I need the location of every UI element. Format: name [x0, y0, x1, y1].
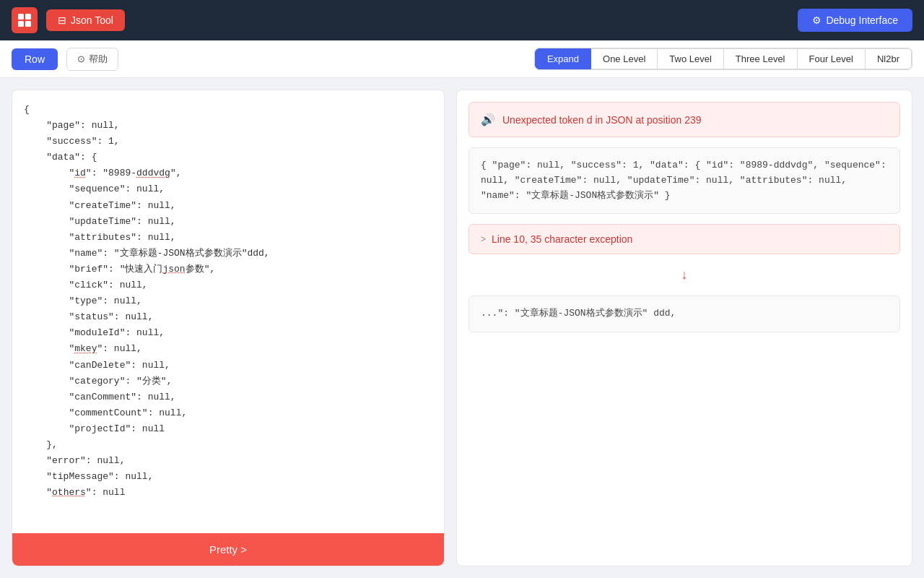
tab-two-level[interactable]: Two Level	[657, 48, 724, 69]
svg-rect-0	[18, 14, 24, 20]
svg-rect-2	[18, 21, 24, 27]
preview-box: { "page": null, "success": 1, "data": { …	[468, 147, 900, 214]
error-message-box: 🔊 Unexpected token d in JSON at position…	[468, 102, 900, 137]
mkey-underline: mkey	[74, 343, 97, 354]
arrow-down-indicator: ↓	[468, 264, 900, 285]
svg-rect-1	[25, 14, 31, 20]
preview-text: { "page": null, "success": 1, "data": { …	[481, 160, 886, 201]
help-button[interactable]: ⊙ 帮助	[66, 48, 118, 71]
tab-expand[interactable]: Expand	[535, 48, 591, 69]
main-content: { "page": null, "success": 1, "data": { …	[0, 78, 924, 578]
error-audio-icon: 🔊	[481, 113, 495, 126]
left-panel: { "page": null, "success": 1, "data": { …	[12, 90, 445, 566]
json-tool-button[interactable]: ⊟ Json Tool	[46, 9, 125, 31]
help-icon: ⊙	[77, 53, 85, 64]
debug-interface-button[interactable]: ⚙ Debug Interface	[798, 9, 912, 32]
json-underline: json	[162, 264, 185, 275]
svg-rect-3	[25, 21, 31, 27]
tab-nl2br[interactable]: Nl2br	[865, 48, 912, 69]
expand-tabs: Expand One Level Two Level Three Level F…	[534, 48, 912, 70]
others-underline: others	[52, 487, 86, 498]
help-label: 帮助	[89, 53, 108, 66]
chevron-right-icon: >	[481, 234, 486, 244]
json-tool-label: Json Tool	[71, 14, 113, 26]
json-tool-icon: ⊟	[58, 14, 66, 26]
error-message-text: Unexpected token d in JSON at position 2…	[502, 114, 702, 126]
debug-icon: ⚙	[812, 14, 821, 26]
tab-one-level[interactable]: One Level	[590, 48, 658, 69]
right-panel: 🔊 Unexpected token d in JSON at position…	[456, 90, 912, 566]
toolbar: Row ⊙ 帮助 Expand One Level Two Level Thre…	[0, 40, 924, 78]
id-underline: id	[74, 168, 86, 178]
tab-four-level[interactable]: Four Level	[797, 48, 866, 69]
row-button[interactable]: Row	[12, 48, 58, 70]
header-left: ⊟ Json Tool	[12, 7, 125, 33]
code-editor[interactable]: { "page": null, "success": 1, "data": { …	[12, 90, 444, 533]
tab-three-level[interactable]: Three Level	[723, 48, 798, 69]
debug-label: Debug Interface	[826, 14, 898, 26]
error-position-text: ...": "文章标题-JSON格式参数演示" ddd,	[481, 308, 676, 319]
pretty-button[interactable]: Pretty >	[12, 533, 444, 566]
dddvdg-underline: dddvdg	[136, 168, 170, 178]
logo-icon	[12, 7, 38, 33]
brace-open: {	[24, 104, 30, 115]
error-position-preview: ...": "文章标题-JSON格式参数演示" ddd,	[468, 296, 900, 332]
line-error-box: > Line 10, 35 character exception	[468, 224, 900, 254]
header: ⊟ Json Tool ⚙ Debug Interface	[0, 0, 924, 40]
line-error-text: Line 10, 35 character exception	[492, 233, 632, 245]
